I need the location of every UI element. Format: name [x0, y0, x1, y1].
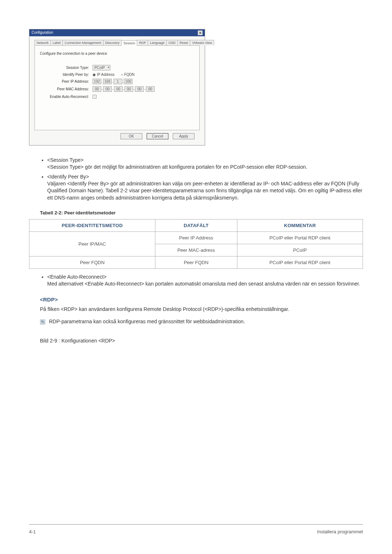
dialog-tabs: Network Label Connection Management Disc…: [34, 40, 200, 46]
dialog-intro: Configure the connection to a peer devic…: [40, 52, 194, 56]
label-peer-mac: Peer MAC Address:: [40, 87, 89, 91]
list-item: <Session Type> <Session Type> gör det mö…: [47, 157, 363, 171]
mac-1[interactable]: 00: [93, 86, 101, 92]
mac-6[interactable]: 00: [146, 86, 155, 92]
mac-3[interactable]: 00: [114, 86, 123, 92]
ip-octet-3[interactable]: 1: [114, 79, 122, 84]
mac-4[interactable]: 00: [124, 86, 133, 92]
tab-reset[interactable]: Reset: [177, 40, 191, 45]
item-title: <Session Type>: [47, 157, 83, 163]
tab-session[interactable]: Session: [121, 40, 137, 46]
dialog-titlebar: Configuration ✕: [29, 29, 205, 36]
label-session-type: Session Type:: [40, 66, 89, 70]
rdp-note: ✎ RDP-parametrarna kan också konfigurera…: [40, 319, 363, 325]
ip-octet-2[interactable]: 168: [103, 79, 112, 84]
close-icon[interactable]: ✕: [198, 30, 203, 35]
mac-5[interactable]: 00: [135, 86, 144, 92]
tab-language[interactable]: Language: [148, 40, 167, 45]
feature-list-1: <Session Type> <Session Type> gör det mö…: [47, 157, 363, 201]
label-peer-ip: Peer IP Address:: [40, 79, 89, 83]
note-text: RDP-parametrarna kan också konfigureras …: [49, 319, 245, 324]
tab-discovery[interactable]: Discovery: [103, 40, 122, 45]
table-row: Peer FQDN Peer FQDN PCoIP eller Portal R…: [29, 257, 363, 269]
tab-osd[interactable]: OSD: [166, 40, 178, 45]
page-footer: 4-1 Installera programmet: [29, 524, 363, 534]
cell-comment: PCoIP eller Portal RDP client: [237, 257, 363, 269]
dialog-title-text: Configuration: [32, 30, 53, 35]
auto-reconnect-checkbox[interactable]: [93, 95, 97, 99]
cancel-button[interactable]: Cancel: [147, 133, 168, 139]
footer-right: Installera programmet: [317, 529, 363, 534]
radio-fqdn[interactable]: ○: [121, 73, 123, 77]
ip-octet-1[interactable]: 192: [93, 79, 101, 84]
table-caption: Tabell 2-2: Peer-identitetsmetoder: [40, 210, 363, 216]
ip-octet-4[interactable]: 100: [124, 79, 132, 84]
tab-network[interactable]: Network: [34, 40, 51, 45]
radio-ip-label: IP Address: [97, 73, 114, 77]
th-comment: KOMMENTAR: [237, 219, 363, 232]
radio-ip-address[interactable]: ◉: [93, 73, 96, 77]
table-row: Peer IP/MAC Peer IP Address PCoIP eller …: [29, 232, 363, 244]
list-item: <Enable Auto-Reconnect> Med alternativet…: [47, 274, 363, 288]
th-field: DATAFÄLT: [155, 219, 237, 232]
cell-method: Peer IP/MAC: [29, 232, 155, 257]
label-identify-peer: Identify Peer by:: [40, 73, 89, 77]
note-icon: ✎: [40, 319, 45, 325]
apply-button[interactable]: Apply: [173, 133, 195, 139]
list-item: <Identify Peer By> Väljaren <Identify Pe…: [47, 174, 363, 202]
item-title: <Identify Peer By>: [47, 174, 89, 180]
peer-identity-table: PEER-IDENTITETSMETOD DATAFÄLT KOMMENTAR …: [29, 219, 363, 269]
item-desc: Med alternativet <Enable Auto-Reconnect>…: [47, 280, 363, 288]
radio-fqdn-label: FQDN: [124, 73, 134, 77]
feature-list-2: <Enable Auto-Reconnect> Med alternativet…: [47, 274, 363, 288]
cell-comment: PCoIP: [237, 244, 363, 257]
figure-caption: Bild 2-9 : Konfigurationen <RDP>: [40, 338, 363, 344]
item-desc: <Session Type> gör det möjligt för admin…: [47, 164, 363, 171]
configuration-dialog: Configuration ✕ Network Label Connection…: [29, 29, 205, 145]
item-title: <Enable Auto-Reconnect>: [47, 274, 106, 280]
th-method: PEER-IDENTITETSMETOD: [29, 219, 155, 232]
cell-field: Peer FQDN: [155, 257, 237, 269]
rdp-heading: <RDP>: [40, 296, 363, 303]
ok-button[interactable]: OK: [121, 133, 142, 139]
cell-comment: PCoIP eller Portal RDP client: [237, 232, 363, 244]
session-type-select[interactable]: PCoIP: [93, 65, 110, 70]
item-desc: Väljaren <Identify Peer By> gör att admi…: [47, 180, 363, 202]
tab-label[interactable]: Label: [50, 40, 63, 45]
label-auto-reconnect: Enable Auto-Reconnect:: [40, 95, 89, 99]
tab-vmware-view[interactable]: VMware View: [190, 40, 214, 45]
tab-connection-management[interactable]: Connection Management: [62, 40, 103, 45]
cell-field: Peer IP Address: [155, 232, 237, 244]
cell-field: Peer MAC-adress: [155, 244, 237, 257]
tab-rdp[interactable]: RDP: [137, 40, 148, 45]
rdp-desc: På fliken <RDP> kan användaren konfigure…: [40, 306, 363, 312]
mac-2[interactable]: 00: [103, 86, 112, 92]
footer-left: 4-1: [29, 529, 36, 534]
cell-method: Peer FQDN: [29, 257, 155, 269]
tab-content-session: Configure the connection to a peer devic…: [34, 46, 200, 130]
